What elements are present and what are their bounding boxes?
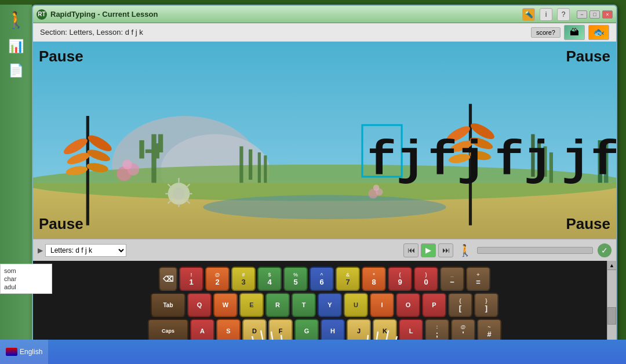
lesson-select-wrap: ▶ Letters: d f j k — [38, 244, 126, 257]
minimize-button[interactable]: − — [577, 10, 587, 19]
scene-thumbnail-2[interactable]: 🐟 — [588, 25, 609, 40]
lesson-area: fj fj fj jf Pause Pause Pause Pause — [33, 42, 616, 239]
key-9[interactable]: (9 — [388, 267, 412, 291]
svg-text:fj: fj — [494, 133, 553, 188]
svg-rect-14 — [264, 155, 267, 183]
progress-bar-wrap[interactable] — [477, 247, 593, 254]
svg-text:jf: jf — [562, 133, 616, 188]
score-button[interactable]: score? — [531, 27, 561, 38]
sidebar-doc-icon[interactable]: 📄 — [8, 63, 24, 78]
sidebar-chart-icon[interactable]: 📊 — [8, 39, 24, 54]
key-1[interactable]: !1 — [179, 267, 203, 291]
key-lbracket[interactable]: {[ — [448, 293, 472, 317]
scene-thumbnail-1[interactable]: 🏔 — [564, 25, 585, 40]
lesson-select[interactable]: Letters: d f j k — [45, 244, 126, 257]
maximize-button[interactable]: □ — [589, 10, 600, 19]
key-4[interactable]: $4 — [257, 267, 282, 291]
key-backslash[interactable]: ⌫ — [159, 267, 177, 291]
taskbar: English — [0, 340, 626, 364]
lesson-icon: ▶ — [38, 246, 43, 254]
key-8[interactable]: *8 — [362, 267, 386, 291]
title-bar-buttons: − □ × — [577, 10, 613, 19]
svg-point-32 — [173, 188, 185, 200]
section-bar: Section: Letters, Lesson: d f j k score?… — [33, 23, 616, 42]
key-5[interactable]: %5 — [283, 267, 308, 291]
title-bar: RT RapidTyping - Current Lesson 🔦 i ? − … — [33, 6, 616, 23]
key-6[interactable]: ^6 — [310, 267, 334, 291]
check-indicator: ✓ — [598, 243, 612, 257]
key-rbracket[interactable]: }] — [474, 293, 498, 317]
svg-rect-13 — [258, 152, 261, 183]
sidebar-walk-icon[interactable]: 🚶 — [6, 10, 26, 30]
svg-rect-10 — [158, 134, 163, 152]
ctrl-person-icon: 🚶 — [458, 243, 472, 257]
key-0[interactable]: )0 — [414, 267, 438, 291]
svg-rect-11 — [239, 146, 243, 183]
svg-rect-8 — [139, 140, 144, 158]
svg-point-30 — [122, 160, 132, 170]
key-tab[interactable]: Tab — [151, 293, 185, 317]
svg-text:fj: fj — [428, 133, 486, 188]
ctrl-btn-group: ⏮ ▶ ⏭ — [403, 243, 453, 257]
sidebar-item-adul[interactable]: adul — [3, 283, 49, 291]
key-equals[interactable]: += — [466, 267, 490, 291]
svg-text:fj: fj — [367, 133, 425, 188]
key-2[interactable]: @2 — [205, 267, 230, 291]
key-minus[interactable]: _− — [440, 267, 464, 291]
key-7[interactable]: &7 — [336, 267, 360, 291]
title-bar-icon: RT — [37, 9, 47, 20]
key-q[interactable]: Q — [187, 293, 212, 317]
controls-bar: ▶ Letters: d f j k ⏮ ▶ ⏭ 🚶 ✓ — [33, 239, 616, 261]
section-text: Section: Letters, Lesson: d f j k — [40, 28, 531, 37]
svg-rect-12 — [249, 150, 252, 180]
pause-label-tl[interactable]: Pause — [39, 48, 83, 65]
keyboard-row-0: ⌫ !1 @2 #3 $4 %5 ^6 &7 *8 (9 )0 _− += — [112, 267, 537, 291]
section-right: score? 🏔 🐟 — [531, 25, 609, 40]
scroll-thumb[interactable] — [607, 307, 616, 325]
title-icons: 🔦 i ? — [522, 8, 570, 21]
pause-label-tr[interactable]: Pause — [566, 48, 610, 65]
english-label: English — [20, 348, 42, 356]
window-title: RapidTyping - Current Lesson — [50, 10, 522, 19]
sidebar-item-char[interactable]: char — [3, 275, 49, 283]
pause-label-br[interactable]: Pause — [566, 215, 610, 233]
scroll-up-arrow[interactable]: ▲ — [607, 261, 616, 270]
help-icon-btn[interactable]: ? — [557, 8, 570, 21]
taskbar-english-item[interactable]: English — [0, 340, 48, 364]
info-icon-btn[interactable]: i — [540, 8, 552, 21]
torch-icon-btn[interactable]: 🔦 — [522, 8, 535, 21]
sidebar: 🚶 📊 📄 — [0, 5, 32, 352]
english-flag-icon — [6, 348, 17, 356]
play-button[interactable]: ▶ — [421, 243, 436, 257]
main-window: RT RapidTyping - Current Lesson 🔦 i ? − … — [32, 5, 617, 358]
sidebar-content: som char adul — [0, 264, 52, 294]
close-button[interactable]: × — [602, 10, 613, 19]
scene-svg: fj fj fj jf — [33, 42, 616, 239]
svg-point-5 — [203, 195, 446, 219]
pause-label-bl[interactable]: Pause — [39, 215, 83, 233]
rewind-button[interactable]: ⏮ — [403, 243, 418, 257]
key-3[interactable]: #3 — [231, 267, 256, 291]
forward-button[interactable]: ⏭ — [438, 243, 453, 257]
sidebar-item-som[interactable]: som — [3, 267, 49, 275]
